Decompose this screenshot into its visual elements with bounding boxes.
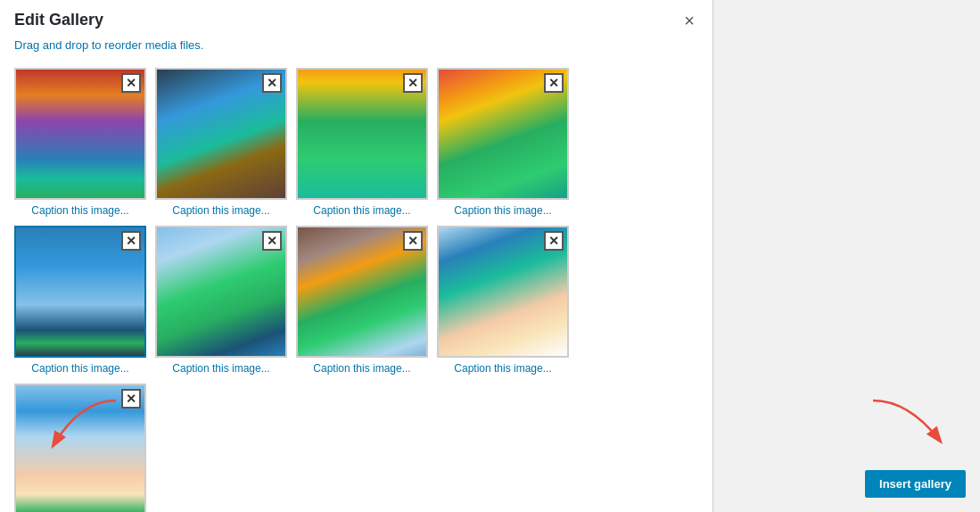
caption-label[interactable]: Caption this image...	[14, 362, 146, 375]
remove-image-button[interactable]: ✕	[403, 231, 423, 251]
gallery-item[interactable]: ✕Caption this image...	[155, 226, 287, 375]
gallery-item[interactable]: ✕Caption this image...	[296, 68, 428, 217]
image-wrapper: ✕	[296, 226, 428, 358]
caption-label[interactable]: Caption this image...	[155, 362, 287, 375]
image-wrapper: ✕	[437, 68, 569, 200]
modal-overlay: Edit Gallery × Drag and drop to reorder …	[0, 0, 980, 512]
image-wrapper: ✕	[155, 68, 287, 200]
remove-image-button[interactable]: ✕	[403, 73, 423, 93]
gallery-grid: ✕Caption this image...✕Caption this imag…	[14, 68, 698, 512]
caption-label[interactable]: Caption this image...	[155, 204, 287, 217]
remove-image-button[interactable]: ✕	[262, 231, 282, 251]
modal-subtitle: Drag and drop to reorder media files.	[0, 38, 712, 61]
gallery-item[interactable]: ✕Caption this image...	[437, 226, 569, 375]
remove-image-button[interactable]: ✕	[544, 73, 564, 93]
caption-label[interactable]: Caption this image...	[437, 204, 569, 217]
caption-label[interactable]: Caption this image...	[14, 204, 146, 217]
caption-label[interactable]: Caption this image...	[296, 204, 428, 217]
remove-image-button[interactable]: ✕	[121, 389, 141, 409]
image-wrapper: ✕	[14, 384, 146, 512]
gallery-item[interactable]: ✕Caption this image...	[14, 68, 146, 217]
modal-title: Edit Gallery	[14, 11, 103, 29]
modal-header: Edit Gallery ×	[0, 0, 712, 38]
image-wrapper: ✕	[437, 226, 569, 358]
caption-label[interactable]: Caption this image...	[296, 362, 428, 375]
remove-image-button[interactable]: ✕	[262, 73, 282, 93]
remove-image-button[interactable]: ✕	[121, 73, 141, 93]
image-wrapper: ✕	[155, 226, 287, 358]
gallery-item[interactable]: ✕Caption this image...	[155, 68, 287, 217]
insert-gallery-button[interactable]: Insert gallery	[865, 470, 966, 498]
gallery-item[interactable]: ✕Beatiful beach in sunny	[14, 384, 146, 512]
gallery-item[interactable]: ✕Caption this image...	[296, 226, 428, 375]
remove-image-button[interactable]: ✕	[121, 231, 141, 251]
image-wrapper: ✕	[14, 226, 146, 358]
gallery-area: ✕Caption this image...✕Caption this imag…	[0, 61, 712, 512]
caption-label[interactable]: Caption this image...	[437, 362, 569, 375]
edit-gallery-modal: Edit Gallery × Drag and drop to reorder …	[0, 0, 713, 512]
remove-image-button[interactable]: ✕	[544, 231, 564, 251]
close-button[interactable]: ×	[680, 12, 698, 29]
image-wrapper: ✕	[296, 68, 428, 200]
image-wrapper: ✕	[14, 68, 146, 200]
right-panel: Insert gallery	[713, 0, 980, 512]
gallery-item[interactable]: ✕Caption this image...	[14, 226, 146, 375]
gallery-item[interactable]: ✕Caption this image...	[437, 68, 569, 217]
